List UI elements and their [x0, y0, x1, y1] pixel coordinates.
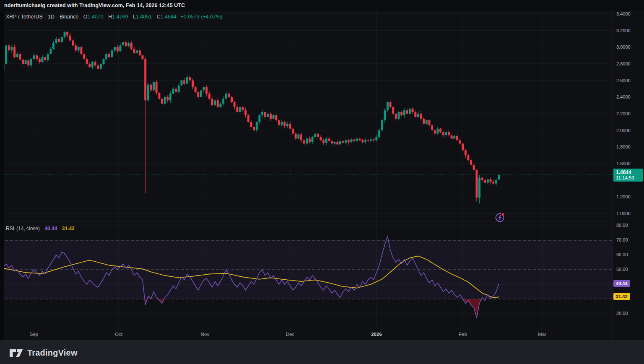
symbol-name: XRP / TetherUS [6, 14, 43, 20]
month-label: Oct [104, 332, 133, 337]
time-axis[interactable]: SepOctNovDec2026FebMar [0, 328, 613, 341]
notification-dot [501, 213, 504, 216]
price-tick: 3.0000 [616, 44, 631, 50]
rsi-tick: 80.00 [616, 222, 628, 228]
rsi-current-value: 40.44 [44, 226, 57, 231]
bar-countdown: 11:14:53 [616, 175, 643, 181]
month-label: Sep [19, 332, 49, 337]
price-plot[interactable] [0, 11, 613, 221]
open-value: 1.4070 [88, 14, 104, 20]
attribution-bar: nderitumichaelg created with TradingView… [0, 0, 644, 11]
rsi-axis-label: 40.44 [613, 280, 630, 287]
legend-separator: · [55, 14, 60, 20]
price-tick: 2.6000 [616, 78, 631, 83]
rsi-ma-axis-label: 31.42 [613, 293, 630, 300]
last-price-label: 1.4644 11:14:53 [613, 169, 643, 182]
price-tick: 3.2000 [616, 28, 631, 34]
attribution-text: nderitumichaelg created with TradingView… [0, 3, 185, 8]
tradingview-chart-page: nderitumichaelg created with TradingView… [0, 0, 644, 364]
price-tick: 1.8000 [616, 144, 631, 150]
close-letter: C [157, 14, 161, 20]
low-value: 1.4051 [136, 14, 152, 20]
rsi-plot[interactable] [0, 221, 613, 328]
lightning-alert-button[interactable] [494, 212, 506, 223]
price-axis[interactable]: 1.4644 11:14:53 40.44 31.42 3.40003.2000… [613, 0, 644, 341]
price-tick: 3.4000 [616, 11, 631, 17]
exchange-name: Binance [60, 14, 78, 20]
change-value: +0.0573 (+4.07%) [180, 14, 222, 20]
rsi-legend[interactable]: RSI(14, close) 40.44 31.42 [6, 226, 75, 231]
year-label: 2026 [362, 332, 391, 337]
lightning-bolt-icon [494, 212, 506, 223]
rsi-tick: 20.00 [616, 310, 628, 316]
rsi-title: RSI [6, 226, 14, 231]
rsi-tick: 60.00 [616, 252, 628, 257]
price-tick: 2.8000 [616, 61, 631, 67]
month-label: Dec [275, 332, 305, 337]
tradingview-logo[interactable]: TradingView [9, 347, 78, 359]
high-letter: H [108, 14, 112, 20]
price-tick: 1.0000 [616, 211, 631, 216]
month-label: Mar [527, 332, 557, 337]
price-chart-canvas[interactable] [0, 11, 613, 221]
high-value: 1.4769 [112, 14, 128, 20]
tradingview-logo-text: TradingView [27, 348, 78, 358]
left-gutter [0, 11, 4, 341]
price-tick: 2.4000 [616, 94, 631, 100]
month-label: Nov [190, 332, 220, 337]
last-price-value: 1.4644 [616, 169, 643, 175]
close-value: 1.4644 [161, 14, 177, 20]
symbol-legend[interactable]: XRP / TetherUS·1D·Binance O1.4070 H1.476… [6, 14, 222, 20]
price-tick: 2.2000 [616, 111, 631, 117]
rsi-tick: 70.00 [616, 237, 628, 243]
month-label: Feb [448, 332, 478, 337]
timeframe: 1D [48, 14, 55, 20]
axis-border [613, 11, 613, 341]
rsi-tick: 50.00 [616, 266, 628, 272]
legend-separator: · [43, 14, 48, 20]
open-letter: O [83, 14, 88, 20]
price-tick: 2.0000 [616, 127, 631, 133]
rsi-params: (14, close) [16, 226, 40, 231]
tradingview-logo-icon [9, 347, 23, 359]
rsi-ma-value: 31.42 [62, 226, 75, 231]
price-tick: 1.6000 [616, 161, 631, 166]
low-letter: L [133, 14, 136, 20]
footer-bar: TradingView [0, 341, 644, 364]
price-tick: 1.2000 [616, 194, 631, 200]
rsi-chart-canvas[interactable] [0, 221, 613, 328]
